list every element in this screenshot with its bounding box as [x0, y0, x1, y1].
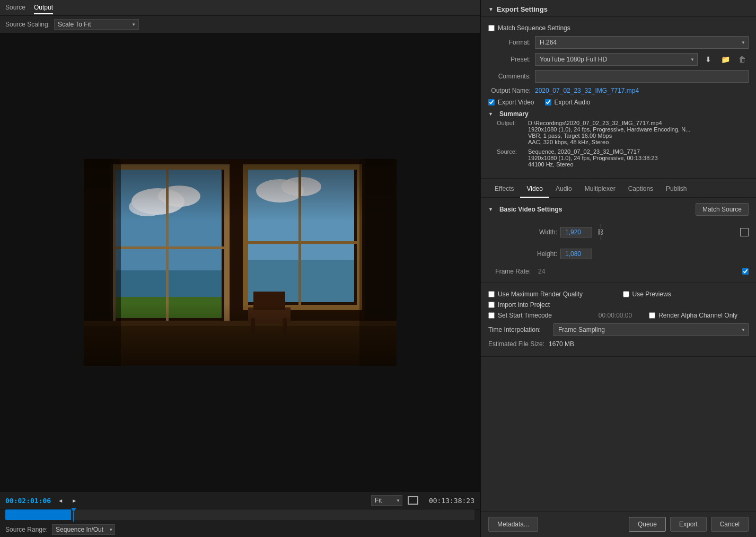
timeline-area[interactable]: [5, 509, 474, 520]
source-scaling-select[interactable]: Scale To Fit Scale To Fill Stretch to Fi…: [54, 19, 139, 30]
import-into-project-checkbox[interactable]: [488, 302, 495, 308]
width-row: Width: 1,920 ⛓: [520, 224, 749, 240]
time-interpolation-select[interactable]: Frame Sampling Frame Blending Optical Fl…: [553, 323, 749, 336]
set-start-timecode-item: Set Start Timecode: [488, 312, 588, 319]
summary-title: Summary: [499, 110, 529, 118]
link-line-bottom: [601, 236, 601, 240]
preset-row: Preset: YouTube 1080p Full HD YouTube 72…: [488, 53, 749, 66]
max-render-quality-checkbox[interactable]: [488, 291, 495, 297]
current-timecode: 00:02:01:06: [5, 497, 51, 505]
video-preview: [84, 159, 397, 366]
marker-top: [71, 508, 76, 512]
export-button[interactable]: Export: [670, 517, 707, 532]
source-range-select[interactable]: Sequence In/Out Entire Sequence Work Are…: [52, 524, 115, 535]
summary-section: ▼ Summary Output: D:\Recordings\2020_07_…: [488, 110, 749, 168]
render-alpha-label[interactable]: Render Alpha Channel Only: [658, 312, 737, 319]
tab-effects[interactable]: Effects: [488, 181, 520, 198]
tabs-bar: Source Output: [0, 0, 480, 16]
import-into-project-label[interactable]: Import Into Project: [498, 301, 550, 309]
aspect-ratio-box[interactable]: [740, 228, 749, 236]
match-source-button[interactable]: Match Source: [696, 203, 749, 216]
timecode-options-row: Set Start Timecode 00:00:00:00 Render Al…: [488, 312, 749, 319]
fullscreen-btn[interactable]: [408, 496, 418, 505]
format-dropdown-wrapper: H.264 H.265 QuickTime MPEG4 AVI: [535, 36, 749, 49]
use-previews-checkbox[interactable]: [623, 291, 629, 297]
match-sequence-label[interactable]: Match Sequence Settings: [498, 24, 570, 32]
svg-rect-29: [84, 159, 397, 366]
set-start-timecode-checkbox[interactable]: [488, 312, 495, 319]
bottom-options: Use Maximum Render Quality Use Previews …: [481, 283, 756, 357]
export-audio-item: Export Audio: [545, 99, 591, 106]
export-video-checkbox[interactable]: [488, 99, 495, 105]
output-name-row: Output Name: 2020_07_02_23_32_IMG_7717.m…: [488, 87, 749, 94]
tab-multiplexer[interactable]: Multiplexer: [578, 181, 622, 198]
width-value[interactable]: 1,920: [560, 227, 592, 237]
preview-area: [0, 33, 480, 491]
summary-source-row: Source: Sequence, 2020_07_02_23_32_IMG_7…: [497, 148, 749, 168]
bvs-title: ▼ Basic Video Settings: [488, 206, 562, 213]
frame-rate-value: 24: [538, 268, 545, 275]
tab-audio[interactable]: Audio: [549, 181, 578, 198]
cancel-button[interactable]: Cancel: [711, 517, 749, 532]
import-into-project-item: Import Into Project: [488, 301, 749, 309]
footer-buttons: Metadata... Queue Export Cancel: [481, 511, 756, 537]
tab-publish[interactable]: Publish: [660, 181, 693, 198]
fit-select-wrapper: Fit 100% 50% 25%: [371, 495, 402, 506]
tab-video[interactable]: Video: [520, 181, 549, 198]
export-video-label[interactable]: Export Video: [498, 99, 534, 106]
summary-output-line1: D:\Recordings\2020_07_02_23_32_IMG_7717.…: [528, 120, 690, 126]
bvs-header: ▼ Basic Video Settings Match Source: [488, 203, 749, 216]
frame-rate-checkbox[interactable]: [742, 268, 749, 275]
save-preset-btn[interactable]: ⬇: [702, 53, 715, 66]
bvs-collapse-icon[interactable]: ▼: [488, 207, 493, 212]
export-audio-checkbox[interactable]: [545, 99, 551, 105]
set-start-timecode-label[interactable]: Set Start Timecode: [498, 312, 552, 319]
summary-source-line1: Sequence, 2020_07_02_23_32_IMG_7717: [528, 148, 658, 155]
video-scene-svg: [84, 159, 397, 366]
export-audio-label[interactable]: Export Audio: [555, 99, 591, 106]
height-value[interactable]: 1,080: [560, 249, 592, 259]
panel-tabs: Effects Video Audio Multiplexer Captions…: [481, 181, 756, 198]
prev-frame-btn[interactable]: ◄: [56, 496, 65, 505]
next-frame-btn[interactable]: ►: [70, 496, 78, 505]
render-options-row: Use Maximum Render Quality Use Previews: [488, 290, 749, 298]
settings-divider: [481, 178, 756, 179]
use-previews-label[interactable]: Use Previews: [632, 290, 671, 298]
start-timecode-value: 00:00:00:00: [599, 312, 632, 319]
use-previews-item: Use Previews: [623, 290, 749, 298]
source-scaling-select-wrapper: Scale To Fit Scale To Fill Stretch to Fi…: [54, 19, 139, 30]
max-render-quality-label[interactable]: Use Maximum Render Quality: [498, 290, 583, 298]
delete-preset-btn[interactable]: 🗑: [736, 53, 749, 66]
summary-output-values: D:\Recordings\2020_07_02_23_32_IMG_7717.…: [528, 120, 690, 145]
output-name-link[interactable]: 2020_07_02_23_32_IMG_7717.mp4: [535, 87, 639, 94]
export-av-row: Export Video Export Audio: [488, 99, 749, 106]
tab-captions[interactable]: Captions: [622, 181, 660, 198]
source-range-bar: Source Range: Sequence In/Out Entire Seq…: [0, 522, 480, 537]
summary-output-line4: AAC, 320 kbps, 48 kHz, Stereo: [528, 139, 690, 145]
fit-select[interactable]: Fit 100% 50% 25%: [371, 495, 402, 506]
tab-output[interactable]: Output: [34, 2, 53, 14]
height-row: Height: 1,080: [520, 249, 749, 259]
preset-select[interactable]: YouTube 1080p Full HD YouTube 720p HD Vi…: [535, 53, 698, 66]
summary-output-label: Output:: [497, 120, 526, 145]
preset-dropdown-wrapper: YouTube 1080p Full HD YouTube 720p HD Vi…: [535, 53, 698, 66]
render-alpha-checkbox[interactable]: [649, 312, 655, 319]
source-scaling-bar: Source Scaling: Scale To Fit Scale To Fi…: [0, 16, 480, 33]
timeline-progress: [5, 509, 71, 520]
tab-source[interactable]: Source: [5, 2, 25, 14]
summary-output-line3: VBR, 1 pass, Target 16.00 Mbps: [528, 133, 690, 139]
queue-button[interactable]: Queue: [629, 517, 666, 532]
frame-rate-label: Frame Rate:: [488, 268, 531, 275]
match-sequence-checkbox[interactable]: [488, 25, 495, 31]
comments-input[interactable]: [535, 70, 749, 83]
aspect-link-icon[interactable]: ⛓: [597, 228, 604, 236]
collapse-arrow-icon[interactable]: ▼: [488, 6, 494, 12]
summary-collapse-icon[interactable]: ▼: [488, 111, 493, 117]
time-interpolation-label: Time Interpolation:: [488, 326, 549, 333]
import-preset-btn[interactable]: 📁: [719, 53, 732, 66]
metadata-button[interactable]: Metadata...: [488, 517, 538, 532]
end-timecode: 00:13:38:23: [429, 497, 474, 505]
format-select[interactable]: H.264 H.265 QuickTime MPEG4 AVI: [535, 36, 749, 49]
bvs-title-text: Basic Video Settings: [499, 206, 562, 213]
format-row: Format: H.264 H.265 QuickTime MPEG4 AVI: [488, 36, 749, 49]
